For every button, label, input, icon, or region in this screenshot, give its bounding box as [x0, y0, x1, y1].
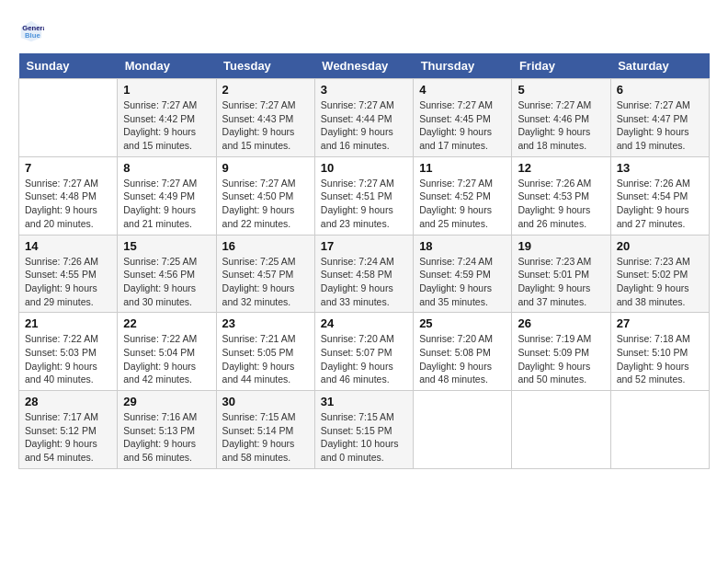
day-number: 19 — [518, 239, 604, 253]
day-number: 8 — [123, 161, 210, 175]
day-number: 1 — [123, 83, 210, 97]
column-header-tuesday: Tuesday — [216, 53, 314, 79]
day-info: Sunrise: 7:15 AMSunset: 5:14 PMDaylight:… — [222, 410, 309, 465]
day-info: Sunrise: 7:16 AMSunset: 5:13 PMDaylight:… — [123, 410, 210, 465]
day-number: 24 — [321, 316, 407, 330]
column-header-friday: Friday — [512, 53, 610, 79]
day-number: 10 — [321, 161, 407, 175]
calendar-cell: 24Sunrise: 7:20 AMSunset: 5:07 PMDayligh… — [314, 313, 413, 391]
calendar-week-4: 21Sunrise: 7:22 AMSunset: 5:03 PMDayligh… — [19, 313, 710, 391]
calendar-cell: 22Sunrise: 7:22 AMSunset: 5:04 PMDayligh… — [118, 313, 216, 391]
day-info: Sunrise: 7:27 AMSunset: 4:44 PMDaylight:… — [321, 98, 407, 153]
day-number: 23 — [222, 316, 309, 330]
day-number: 7 — [25, 161, 111, 175]
column-header-wednesday: Wednesday — [314, 53, 413, 79]
day-info: Sunrise: 7:21 AMSunset: 5:05 PMDaylight:… — [222, 332, 309, 386]
day-number: 18 — [419, 239, 506, 253]
calendar-cell: 16Sunrise: 7:25 AMSunset: 4:57 PMDayligh… — [216, 235, 314, 313]
calendar-cell: 31Sunrise: 7:15 AMSunset: 5:15 PMDayligh… — [314, 391, 413, 469]
calendar-cell: 17Sunrise: 7:24 AMSunset: 4:58 PMDayligh… — [314, 235, 413, 313]
day-number: 21 — [25, 316, 111, 330]
day-info: Sunrise: 7:19 AMSunset: 5:09 PMDaylight:… — [518, 332, 604, 386]
calendar-body: 1Sunrise: 7:27 AMSunset: 4:42 PMDaylight… — [19, 79, 710, 469]
calendar-cell: 11Sunrise: 7:27 AMSunset: 4:52 PMDayligh… — [414, 156, 512, 235]
page-header: General Blue — [18, 18, 710, 44]
calendar-cell: 10Sunrise: 7:27 AMSunset: 4:51 PMDayligh… — [314, 156, 413, 235]
calendar-cell: 1Sunrise: 7:27 AMSunset: 4:42 PMDaylight… — [118, 79, 216, 157]
calendar-cell — [610, 391, 709, 469]
day-info: Sunrise: 7:25 AMSunset: 4:56 PMDaylight:… — [123, 255, 210, 309]
column-header-thursday: Thursday — [414, 53, 512, 79]
day-number: 29 — [123, 395, 210, 408]
day-number: 25 — [419, 316, 506, 330]
day-info: Sunrise: 7:26 AMSunset: 4:53 PMDaylight:… — [518, 177, 604, 231]
day-info: Sunrise: 7:27 AMSunset: 4:49 PMDaylight:… — [123, 177, 210, 231]
day-number: 28 — [25, 395, 111, 408]
day-info: Sunrise: 7:15 AMSunset: 5:15 PMDaylight:… — [321, 410, 407, 465]
day-number: 27 — [617, 316, 703, 330]
calendar-cell: 12Sunrise: 7:26 AMSunset: 4:53 PMDayligh… — [512, 156, 610, 235]
svg-text:General: General — [22, 24, 44, 32]
calendar-cell: 30Sunrise: 7:15 AMSunset: 5:14 PMDayligh… — [216, 391, 314, 469]
day-number: 11 — [419, 161, 506, 175]
day-number: 2 — [222, 83, 309, 97]
calendar-header: SundayMondayTuesdayWednesdayThursdayFrid… — [19, 53, 710, 79]
logo-icon: General Blue — [18, 18, 44, 44]
day-number: 26 — [518, 316, 604, 330]
day-info: Sunrise: 7:25 AMSunset: 4:57 PMDaylight:… — [222, 255, 309, 309]
day-info: Sunrise: 7:26 AMSunset: 4:54 PMDaylight:… — [617, 177, 703, 231]
day-info: Sunrise: 7:24 AMSunset: 4:58 PMDaylight:… — [321, 255, 407, 309]
calendar-cell — [19, 79, 118, 157]
calendar-cell: 26Sunrise: 7:19 AMSunset: 5:09 PMDayligh… — [512, 313, 610, 391]
day-number: 4 — [419, 83, 506, 97]
column-header-saturday: Saturday — [610, 53, 709, 79]
day-info: Sunrise: 7:27 AMSunset: 4:43 PMDaylight:… — [222, 98, 309, 153]
calendar-table: SundayMondayTuesdayWednesdayThursdayFrid… — [18, 53, 710, 469]
day-info: Sunrise: 7:26 AMSunset: 4:55 PMDaylight:… — [25, 255, 111, 309]
calendar-cell — [512, 391, 610, 469]
calendar-cell: 8Sunrise: 7:27 AMSunset: 4:49 PMDaylight… — [118, 156, 216, 235]
calendar-cell: 15Sunrise: 7:25 AMSunset: 4:56 PMDayligh… — [118, 235, 216, 313]
day-number: 12 — [518, 161, 604, 175]
day-info: Sunrise: 7:24 AMSunset: 4:59 PMDaylight:… — [419, 255, 506, 309]
day-number: 3 — [321, 83, 407, 97]
day-info: Sunrise: 7:27 AMSunset: 4:52 PMDaylight:… — [419, 177, 506, 231]
calendar-cell: 6Sunrise: 7:27 AMSunset: 4:47 PMDaylight… — [610, 79, 709, 157]
calendar-cell: 7Sunrise: 7:27 AMSunset: 4:48 PMDaylight… — [19, 156, 118, 235]
day-info: Sunrise: 7:23 AMSunset: 5:01 PMDaylight:… — [518, 255, 604, 309]
day-info: Sunrise: 7:27 AMSunset: 4:45 PMDaylight:… — [419, 98, 506, 153]
day-number: 22 — [123, 316, 210, 330]
calendar-week-3: 14Sunrise: 7:26 AMSunset: 4:55 PMDayligh… — [19, 235, 710, 313]
column-header-sunday: Sunday — [19, 53, 118, 79]
day-info: Sunrise: 7:17 AMSunset: 5:12 PMDaylight:… — [25, 410, 111, 465]
calendar-cell: 21Sunrise: 7:22 AMSunset: 5:03 PMDayligh… — [19, 313, 118, 391]
day-number: 17 — [321, 239, 407, 253]
day-info: Sunrise: 7:23 AMSunset: 5:02 PMDaylight:… — [617, 255, 703, 309]
calendar-cell: 29Sunrise: 7:16 AMSunset: 5:13 PMDayligh… — [118, 391, 216, 469]
day-info: Sunrise: 7:27 AMSunset: 4:47 PMDaylight:… — [617, 98, 703, 153]
calendar-cell: 14Sunrise: 7:26 AMSunset: 4:55 PMDayligh… — [19, 235, 118, 313]
day-info: Sunrise: 7:22 AMSunset: 5:03 PMDaylight:… — [25, 332, 111, 386]
day-info: Sunrise: 7:18 AMSunset: 5:10 PMDaylight:… — [617, 332, 703, 386]
day-number: 15 — [123, 239, 210, 253]
calendar-cell: 2Sunrise: 7:27 AMSunset: 4:43 PMDaylight… — [216, 79, 314, 157]
day-info: Sunrise: 7:27 AMSunset: 4:51 PMDaylight:… — [321, 177, 407, 231]
day-number: 9 — [222, 161, 309, 175]
day-number: 16 — [222, 239, 309, 253]
calendar-week-1: 1Sunrise: 7:27 AMSunset: 4:42 PMDaylight… — [19, 79, 710, 157]
day-number: 14 — [25, 239, 111, 253]
calendar-cell — [414, 391, 512, 469]
calendar-cell: 27Sunrise: 7:18 AMSunset: 5:10 PMDayligh… — [610, 313, 709, 391]
calendar-cell: 28Sunrise: 7:17 AMSunset: 5:12 PMDayligh… — [19, 391, 118, 469]
day-info: Sunrise: 7:27 AMSunset: 4:42 PMDaylight:… — [123, 98, 210, 153]
calendar-week-5: 28Sunrise: 7:17 AMSunset: 5:12 PMDayligh… — [19, 391, 710, 469]
calendar-cell: 5Sunrise: 7:27 AMSunset: 4:46 PMDaylight… — [512, 79, 610, 157]
column-header-monday: Monday — [118, 53, 216, 79]
logo: General Blue — [18, 18, 48, 44]
calendar-cell: 23Sunrise: 7:21 AMSunset: 5:05 PMDayligh… — [216, 313, 314, 391]
day-number: 13 — [617, 161, 703, 175]
calendar-cell: 4Sunrise: 7:27 AMSunset: 4:45 PMDaylight… — [414, 79, 512, 157]
day-info: Sunrise: 7:27 AMSunset: 4:48 PMDaylight:… — [25, 177, 111, 231]
day-info: Sunrise: 7:27 AMSunset: 4:50 PMDaylight:… — [222, 177, 309, 231]
day-info: Sunrise: 7:22 AMSunset: 5:04 PMDaylight:… — [123, 332, 210, 386]
